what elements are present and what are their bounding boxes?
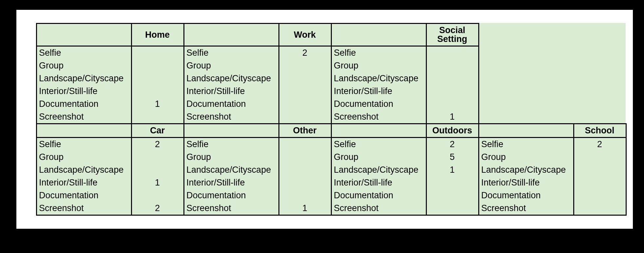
value-cell: 1 xyxy=(426,110,479,124)
value-cell xyxy=(574,176,626,189)
category-label: Selfie xyxy=(479,138,574,151)
category-label: Landscape/Cityscape xyxy=(37,164,132,176)
value-cell: 1 xyxy=(132,98,184,110)
category-label: Screenshot xyxy=(331,110,426,124)
value-cell xyxy=(132,59,184,72)
value-cell xyxy=(426,189,479,202)
category-label: Group xyxy=(479,151,574,164)
header-social: Social Setting xyxy=(426,24,479,46)
table-row: Selfie Selfie 2 Selfie xyxy=(37,46,626,60)
header-spacer xyxy=(184,124,279,138)
table-row: Interior/Still-life Interior/Still-life … xyxy=(37,85,626,98)
category-label: Group xyxy=(184,59,279,72)
header-spacer xyxy=(331,24,426,46)
value-cell: 2 xyxy=(426,138,479,151)
table-row: Group Group Group 5 Group xyxy=(37,151,626,164)
top-header-row: Home Work Social Setting xyxy=(37,24,626,46)
value-cell xyxy=(132,72,184,85)
table-row: Documentation Documentation Documentatio… xyxy=(37,189,626,202)
category-label: Screenshot xyxy=(184,110,279,124)
table-row: Interior/Still-life 1 Interior/Still-lif… xyxy=(37,176,626,189)
value-cell xyxy=(279,189,331,202)
header-spacer xyxy=(37,24,132,46)
value-cell xyxy=(132,46,184,60)
empty-cell xyxy=(479,59,574,72)
value-cell xyxy=(426,46,479,60)
header-outdoors: Outdoors xyxy=(426,124,479,138)
value-cell xyxy=(279,110,331,124)
empty-cell xyxy=(479,85,574,98)
category-label: Landscape/Cityscape xyxy=(184,72,279,85)
value-cell xyxy=(426,85,479,98)
value-cell xyxy=(279,85,331,98)
value-cell xyxy=(132,164,184,176)
value-cell xyxy=(426,202,479,215)
value-cell xyxy=(279,98,331,110)
value-cell xyxy=(426,72,479,85)
category-label: Interior/Still-life xyxy=(37,176,132,189)
category-label: Selfie xyxy=(37,138,132,151)
empty-cell xyxy=(574,98,626,110)
value-cell xyxy=(574,164,626,176)
value-cell xyxy=(426,59,479,72)
category-label: Documentation xyxy=(331,189,426,202)
category-label: Documentation xyxy=(331,98,426,110)
bottom-header-row: Car Other Outdoors School xyxy=(37,124,626,138)
table-row: Landscape/Cityscape Landscape/Cityscape … xyxy=(37,72,626,85)
spreadsheet-area: Home Work Social Setting Selfie Selfie 2… xyxy=(36,23,626,216)
table-row: Selfie 2 Selfie Selfie 2 Selfie 2 xyxy=(37,138,626,151)
category-label: Group xyxy=(331,151,426,164)
value-cell: 5 xyxy=(426,151,479,164)
empty-cell xyxy=(479,24,574,46)
empty-cell xyxy=(479,72,574,85)
category-label: Screenshot xyxy=(37,110,132,124)
category-label: Selfie xyxy=(331,46,426,60)
category-label: Group xyxy=(37,59,132,72)
category-label: Interior/Still-life xyxy=(331,176,426,189)
value-cell: 2 xyxy=(279,46,331,60)
table-row: Landscape/Cityscape Landscape/Cityscape … xyxy=(37,164,626,176)
value-cell xyxy=(279,72,331,85)
category-label: Screenshot xyxy=(37,202,132,215)
category-label: Screenshot xyxy=(479,202,574,215)
category-label: Documentation xyxy=(184,98,279,110)
value-cell: 1 xyxy=(426,164,479,176)
value-cell xyxy=(132,189,184,202)
empty-cell xyxy=(574,85,626,98)
value-cell xyxy=(279,164,331,176)
category-label: Interior/Still-life xyxy=(37,85,132,98)
category-label: Landscape/Cityscape xyxy=(331,164,426,176)
empty-cell xyxy=(574,46,626,60)
data-table: Home Work Social Setting Selfie Selfie 2… xyxy=(36,23,627,216)
value-cell: 1 xyxy=(279,202,331,215)
empty-cell xyxy=(479,110,574,124)
header-spacer xyxy=(184,24,279,46)
value-cell xyxy=(279,59,331,72)
value-cell xyxy=(279,138,331,151)
category-label: Documentation xyxy=(37,98,132,110)
empty-cell xyxy=(574,59,626,72)
table-row: Group Group Group xyxy=(37,59,626,72)
value-cell: 2 xyxy=(132,202,184,215)
value-cell xyxy=(132,110,184,124)
header-home: Home xyxy=(132,24,184,46)
value-cell xyxy=(279,176,331,189)
table-row: Screenshot 2 Screenshot 1 Screenshot Scr… xyxy=(37,202,626,215)
table-row: Screenshot Screenshot Screenshot 1 xyxy=(37,110,626,124)
header-school: School xyxy=(574,124,626,138)
category-label: Landscape/Cityscape xyxy=(331,72,426,85)
header-car: Car xyxy=(132,124,184,138)
category-label: Documentation xyxy=(479,189,574,202)
empty-cell xyxy=(479,46,574,60)
category-label: Interior/Still-life xyxy=(184,176,279,189)
value-cell xyxy=(426,176,479,189)
value-cell xyxy=(574,151,626,164)
value-cell: 1 xyxy=(132,176,184,189)
value-cell xyxy=(574,189,626,202)
category-label: Documentation xyxy=(37,189,132,202)
category-label: Selfie xyxy=(331,138,426,151)
empty-cell xyxy=(574,110,626,124)
figure-canvas: Home Work Social Setting Selfie Selfie 2… xyxy=(16,10,633,229)
category-label: Screenshot xyxy=(184,202,279,215)
category-label: Selfie xyxy=(37,46,132,60)
